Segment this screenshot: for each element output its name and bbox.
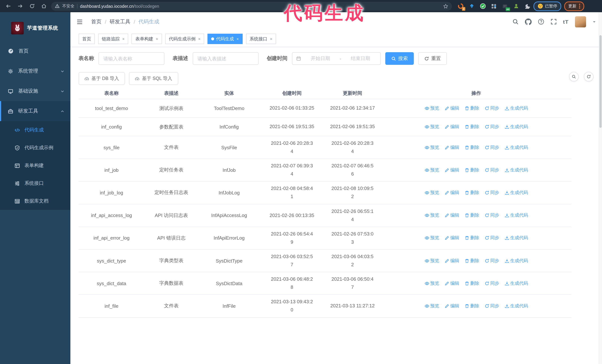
- close-icon[interactable]: ×: [270, 37, 272, 41]
- end-date-placeholder[interactable]: 结束日期: [344, 55, 377, 62]
- user-avatar[interactable]: [575, 16, 586, 27]
- preview-link[interactable]: 预览: [424, 105, 439, 112]
- extension-person-icon[interactable]: [513, 3, 519, 10]
- page-scrollbar[interactable]: [599, 12, 602, 364]
- delete-link[interactable]: 删除: [464, 190, 479, 196]
- sidebar-subitem-1[interactable]: 代码生成示例: [0, 139, 70, 157]
- sidebar-item-3[interactable]: 研发工具: [0, 101, 70, 121]
- import-db-button[interactable]: 基于 DB 导入: [78, 72, 125, 85]
- edit-link[interactable]: 编辑: [444, 303, 459, 309]
- tab-代码生成[interactable]: 代码生成×: [208, 34, 243, 44]
- generate-link[interactable]: 生成代码: [504, 105, 528, 112]
- reload-icon[interactable]: [27, 2, 36, 10]
- sync-link[interactable]: 同步: [484, 105, 499, 112]
- start-date-placeholder[interactable]: 开始日期: [304, 55, 337, 62]
- profile-paused-chip[interactable]: 已暂停: [533, 1, 561, 11]
- delete-link[interactable]: 删除: [464, 258, 479, 264]
- close-icon[interactable]: ×: [122, 37, 125, 41]
- close-icon[interactable]: ×: [236, 37, 239, 41]
- tab-首页[interactable]: 首页: [78, 34, 95, 44]
- sync-link[interactable]: 同步: [484, 212, 499, 218]
- fullscreen-icon[interactable]: [550, 19, 557, 25]
- sidebar-subitem-2[interactable]: 表单构建: [0, 157, 70, 174]
- forward-icon[interactable]: [16, 2, 24, 10]
- extension-orange-icon[interactable]: 1: [457, 3, 464, 10]
- extension-grid-icon[interactable]: [491, 3, 497, 10]
- edit-link[interactable]: 编辑: [444, 280, 459, 286]
- delete-link[interactable]: 删除: [464, 212, 479, 218]
- generate-link[interactable]: 生成代码: [504, 235, 528, 241]
- font-size-icon[interactable]: tT: [563, 19, 569, 25]
- tab-表单构建[interactable]: 表单构建×: [132, 34, 162, 44]
- sync-link[interactable]: 同步: [484, 144, 499, 151]
- sync-link[interactable]: 同步: [484, 258, 499, 264]
- toggle-search-icon[interactable]: [569, 72, 579, 82]
- extension-dark-on-icon[interactable]: on: [502, 3, 508, 10]
- tab-链路追踪[interactable]: 链路追踪×: [98, 34, 128, 44]
- refresh-table-icon[interactable]: [584, 72, 593, 82]
- home-icon[interactable]: [39, 2, 48, 10]
- update-chip[interactable]: 更新: [564, 1, 584, 11]
- edit-link[interactable]: 编辑: [444, 212, 459, 218]
- edit-link[interactable]: 编辑: [444, 144, 459, 151]
- sync-link[interactable]: 同步: [484, 303, 499, 309]
- generate-link[interactable]: 生成代码: [504, 124, 528, 130]
- delete-link[interactable]: 删除: [464, 280, 479, 286]
- scrollbar-thumb[interactable]: [599, 35, 602, 128]
- search-button[interactable]: 搜索: [385, 52, 414, 65]
- generate-link[interactable]: 生成代码: [504, 212, 528, 218]
- delete-link[interactable]: 删除: [464, 235, 479, 241]
- sidebar-subitem-0[interactable]: 代码生成: [0, 121, 70, 139]
- sync-link[interactable]: 同步: [484, 167, 499, 173]
- tab-系统接口[interactable]: 系统接口×: [246, 34, 276, 44]
- sidebar-item-1[interactable]: 系统管理: [0, 61, 70, 81]
- sync-link[interactable]: 同步: [484, 124, 499, 130]
- delete-link[interactable]: 删除: [464, 144, 479, 151]
- edit-link[interactable]: 编辑: [444, 235, 459, 241]
- date-range-picker[interactable]: 开始日期 - 结束日期: [292, 52, 381, 65]
- search-icon[interactable]: [512, 19, 519, 25]
- breadcrumb-item[interactable]: 首页: [91, 18, 101, 25]
- close-icon[interactable]: ×: [198, 37, 201, 41]
- sync-link[interactable]: 同步: [484, 190, 499, 196]
- preview-link[interactable]: 预览: [424, 190, 439, 196]
- generate-link[interactable]: 生成代码: [504, 303, 528, 309]
- preview-link[interactable]: 预览: [424, 167, 439, 173]
- preview-link[interactable]: 预览: [424, 212, 439, 218]
- sync-link[interactable]: 同步: [484, 280, 499, 286]
- table-name-input[interactable]: [98, 52, 164, 65]
- sidebar-item-0[interactable]: 首页: [0, 41, 70, 61]
- sidebar-item-2[interactable]: 基础设施: [0, 81, 70, 101]
- breadcrumb-item[interactable]: 研发工具: [110, 18, 130, 25]
- help-icon[interactable]: [538, 19, 544, 25]
- close-icon[interactable]: ×: [156, 37, 158, 41]
- bookmark-star-icon[interactable]: [443, 3, 448, 9]
- back-icon[interactable]: [4, 2, 13, 10]
- generate-link[interactable]: 生成代码: [504, 190, 528, 196]
- generate-link[interactable]: 生成代码: [504, 280, 528, 286]
- delete-link[interactable]: 删除: [464, 105, 479, 112]
- tab-代码生成示例[interactable]: 代码生成示例×: [165, 34, 204, 44]
- sidebar-toggle-icon[interactable]: [76, 18, 83, 25]
- extension-gem-icon[interactable]: [468, 3, 475, 10]
- preview-link[interactable]: 预览: [424, 124, 439, 130]
- table-desc-input[interactable]: [193, 52, 258, 65]
- preview-link[interactable]: 预览: [424, 235, 439, 241]
- preview-link[interactable]: 预览: [424, 144, 439, 151]
- preview-link[interactable]: 预览: [424, 303, 439, 309]
- edit-link[interactable]: 编辑: [444, 258, 459, 264]
- reset-button[interactable]: 重置: [418, 52, 447, 65]
- github-icon[interactable]: [525, 18, 532, 25]
- edit-link[interactable]: 编辑: [444, 167, 459, 173]
- generate-link[interactable]: 生成代码: [504, 167, 528, 173]
- delete-link[interactable]: 删除: [464, 303, 479, 309]
- sync-link[interactable]: 同步: [484, 235, 499, 241]
- extension-check-icon[interactable]: [479, 3, 486, 10]
- generate-link[interactable]: 生成代码: [504, 144, 528, 151]
- edit-link[interactable]: 编辑: [444, 124, 459, 130]
- sidebar-subitem-3[interactable]: 系统接口: [0, 174, 70, 192]
- address-bar[interactable]: 不安全 dashboard.yudao.iocoder.cn/tool/code…: [51, 2, 452, 10]
- edit-link[interactable]: 编辑: [444, 190, 459, 196]
- delete-link[interactable]: 删除: [464, 124, 479, 130]
- browser-menu-icon[interactable]: [579, 4, 580, 9]
